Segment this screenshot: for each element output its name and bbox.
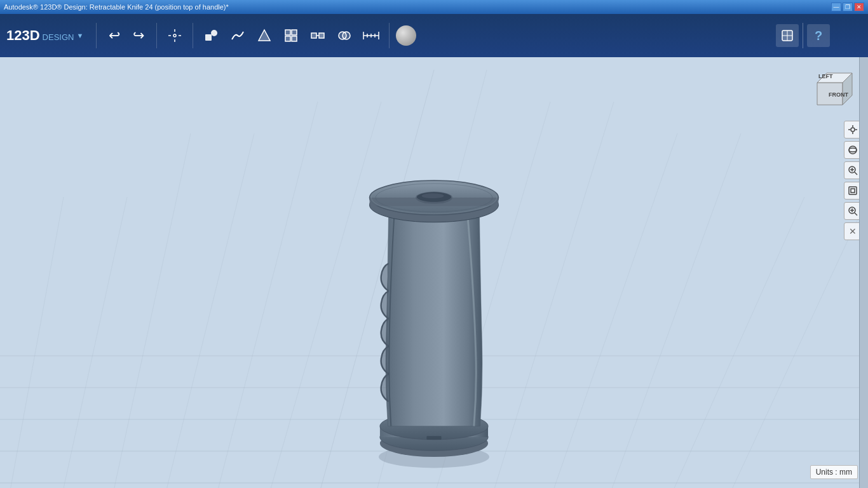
svg-line-44	[591, 133, 741, 488]
separator-2	[156, 23, 157, 48]
toolbar-right: ?	[776, 23, 830, 48]
svg-line-79	[855, 213, 857, 215]
svg-rect-5	[205, 34, 212, 41]
window-controls: — ❐ ✕	[831, 3, 864, 11]
material-button[interactable]	[396, 25, 416, 46]
svg-text:FRONT: FRONT	[829, 92, 848, 98]
window-title: Autodesk® 123D® Design: Retractable Knif…	[4, 3, 229, 11]
pattern-button[interactable]	[306, 24, 329, 47]
minimize-button[interactable]: —	[831, 3, 841, 11]
svg-rect-8	[285, 30, 290, 35]
view-cube-svg: FRONT LEFT	[804, 64, 855, 114]
modify-button[interactable]	[280, 24, 302, 47]
svg-point-6	[211, 30, 217, 36]
logo-area: 123D DESIGN ▼	[6, 27, 83, 44]
svg-point-65	[851, 128, 855, 132]
maximize-button[interactable]: ❐	[843, 3, 853, 11]
svg-point-0	[173, 34, 176, 37]
svg-line-45	[648, 197, 804, 488]
separator-4	[389, 23, 390, 48]
svg-marker-7	[259, 30, 270, 41]
svg-rect-52	[426, 436, 441, 440]
user-profile-button[interactable]	[776, 24, 799, 47]
svg-rect-76	[849, 187, 857, 194]
svg-text:LEFT: LEFT	[818, 73, 833, 79]
svg-line-73	[855, 172, 857, 175]
title-bar: Autodesk® 123D® Design: Retractable Knif…	[0, 0, 868, 14]
undo-redo-group: ↩ ↪	[103, 24, 150, 47]
svg-rect-77	[851, 189, 855, 193]
app-logo-text: 123D	[6, 27, 40, 44]
measure-button[interactable]	[360, 24, 383, 47]
main-viewport[interactable]: FRONT LEFT	[0, 57, 868, 488]
svg-point-71	[849, 148, 857, 152]
svg-line-37	[203, 102, 318, 488]
svg-line-33	[0, 197, 64, 488]
svg-point-57	[422, 193, 444, 198]
separator-1	[96, 23, 97, 48]
svg-line-46	[705, 197, 868, 488]
app-logo-design: DESIGN	[43, 32, 74, 42]
knife-handle-model	[332, 107, 536, 475]
logo-dropdown-arrow[interactable]: ▼	[76, 32, 83, 39]
svg-rect-10	[285, 36, 290, 41]
svg-point-70	[849, 146, 857, 154]
separator-5	[803, 23, 803, 48]
view-cube[interactable]: FRONT LEFT	[804, 64, 855, 114]
svg-line-43	[534, 133, 677, 488]
primitives-button[interactable]	[200, 24, 222, 47]
units-label[interactable]: Units : mm	[810, 465, 858, 479]
transform-button[interactable]	[163, 24, 186, 47]
svg-rect-13	[319, 33, 324, 38]
svg-line-35	[102, 133, 191, 488]
boolean-button[interactable]	[333, 24, 356, 47]
separator-3	[193, 23, 193, 48]
close-button[interactable]: ✕	[854, 3, 864, 11]
help-button[interactable]: ?	[807, 24, 830, 47]
svg-rect-12	[311, 33, 316, 38]
svg-rect-9	[292, 30, 297, 35]
undo-button[interactable]: ↩	[103, 24, 126, 47]
svg-line-34	[51, 197, 127, 488]
main-toolbar: 123D DESIGN ▼ ↩ ↪	[0, 14, 868, 57]
svg-rect-11	[292, 36, 297, 41]
3d-model-container	[332, 107, 536, 475]
sketch-button[interactable]	[226, 24, 249, 47]
scrollbar-right[interactable]	[859, 57, 868, 488]
svg-point-16	[342, 32, 350, 39]
redo-button[interactable]: ↪	[127, 24, 150, 47]
construct-button[interactable]	[253, 24, 276, 47]
svg-line-36	[153, 133, 254, 488]
